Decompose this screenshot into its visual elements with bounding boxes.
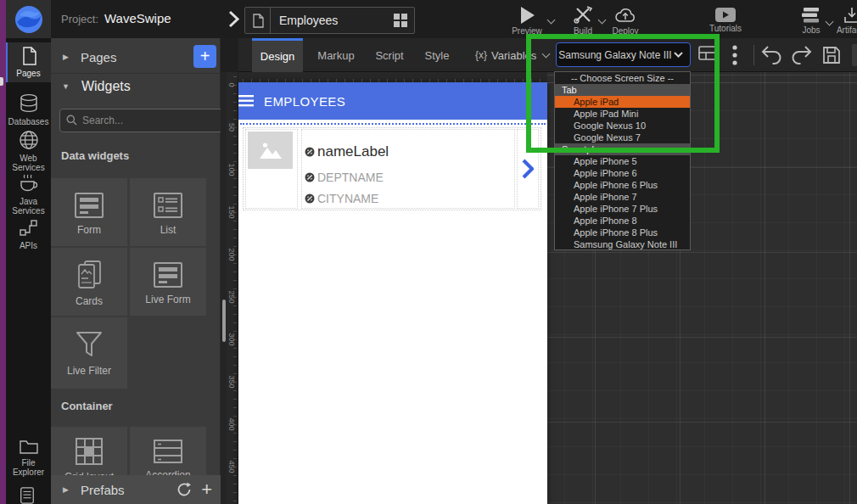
dropdown-option[interactable]: Apple iPad Mini — [555, 108, 690, 120]
build-label: Build — [574, 26, 592, 36]
mobile-navbar[interactable]: EMPLOYEES — [238, 82, 547, 120]
dropdown-option[interactable]: Apple iPhone 8 — [555, 215, 690, 227]
build-tools-icon — [573, 6, 593, 25]
dropdown-option[interactable]: Apple iPhone 8 Plus — [555, 227, 690, 238]
chevron-right-icon — [522, 159, 534, 179]
page-grid-icon[interactable] — [394, 14, 407, 27]
document-icon[interactable] — [19, 487, 36, 504]
widgets-section-header[interactable]: ▼ Widgets — [51, 73, 221, 100]
dropdown-option-selected[interactable]: Apple iPad — [555, 96, 690, 108]
sidebar-item-apis[interactable]: APIs — [6, 219, 51, 250]
wavemaker-logo-icon — [14, 5, 43, 34]
tutorials-label: Tutorials — [709, 24, 742, 33]
artifacts-button[interactable]: Artifacts — [833, 3, 857, 37]
build-button[interactable]: Build — [565, 3, 601, 37]
dropdown-option[interactable]: Apple iPhone 7 — [555, 191, 690, 203]
save-button[interactable] — [821, 45, 842, 65]
sidebar-item-java-services[interactable]: Java Services — [6, 173, 51, 216]
widget-tile-label: Live Form — [145, 294, 190, 305]
tab-markup[interactable]: Markup — [310, 38, 362, 72]
image-placeholder[interactable] — [248, 132, 293, 169]
widget-tile-live-filter[interactable]: Live Filter — [51, 317, 127, 389]
more-options-kebab-icon[interactable] — [732, 45, 737, 65]
dropdown-group-smartphone: Smartphone — [555, 143, 690, 155]
deploy-button[interactable]: Deploy — [606, 3, 645, 37]
undo-button[interactable] — [761, 45, 782, 65]
page-tab-employees[interactable]: Employees — [244, 7, 415, 34]
dropdown-option[interactable]: Google Nexus 7 — [555, 132, 690, 143]
dropdown-option[interactable]: Google Nexus 10 — [555, 120, 690, 132]
dropdown-option[interactable]: -- Choose Screen Size -- — [555, 72, 690, 84]
dropdown-option[interactable]: Apple iPhone 5 — [555, 155, 690, 167]
sidebar-item-databases[interactable]: Databases — [6, 93, 51, 126]
search-icon — [66, 115, 77, 126]
deploy-label: Deploy — [612, 26, 638, 36]
sidebar-item-pages[interactable]: Pages — [6, 47, 51, 78]
cards-widget-icon — [75, 260, 104, 290]
list-widget-icon — [153, 192, 183, 219]
sidebar-item-file-explorer[interactable]: File Explorer — [6, 438, 51, 477]
container-section-label: Container — [61, 400, 113, 412]
ruler-tick: 150 — [227, 203, 236, 221]
tab-design[interactable]: Design — [252, 38, 303, 72]
ruler-tick: 250 — [227, 288, 236, 306]
layout-panels-icon[interactable] — [698, 46, 717, 60]
app-logo[interactable] — [6, 0, 51, 38]
horizontal-ruler — [238, 72, 547, 82]
dropdown-group-tab: Tab — [555, 84, 690, 96]
tab-style[interactable]: Style — [417, 38, 457, 72]
redo-button[interactable] — [791, 45, 812, 65]
name-label-text: nameLabel — [317, 143, 389, 160]
page-title: EMPLOYEES — [264, 94, 345, 109]
chevron-right-icon: ▶ — [63, 485, 69, 494]
name-label-field[interactable]: nameLabel — [305, 143, 389, 160]
page-content-outline — [240, 123, 546, 125]
live-filter-funnel-icon — [74, 329, 104, 360]
refresh-icon[interactable] — [176, 481, 193, 498]
add-prefab-icon[interactable]: + — [201, 481, 212, 498]
widget-tile-cards[interactable]: Cards — [51, 248, 127, 316]
bind-chain-icon — [305, 193, 315, 204]
widget-tile-form[interactable]: Form — [51, 178, 127, 246]
screen-size-dropdown-list: -- Choose Screen Size -- Tab Apple iPad … — [554, 71, 691, 250]
widget-tile-label: Live Filter — [67, 365, 111, 377]
live-form-widget-icon — [153, 261, 183, 288]
add-page-button[interactable]: + — [193, 45, 216, 68]
widget-tile-list[interactable]: List — [130, 178, 206, 246]
vertical-scrollbar[interactable] — [222, 300, 226, 342]
city-label-field[interactable]: CITYNAME — [305, 192, 378, 205]
dropdown-option[interactable]: Apple iPhone 6 — [555, 167, 690, 179]
ruler-tick: 300 — [227, 330, 236, 349]
project-name: WaveSwipe — [104, 11, 171, 25]
widget-tile-live-form[interactable]: Live Form — [130, 248, 206, 316]
ruler-tick: 450 — [227, 457, 236, 476]
list-item-chevron-cell[interactable] — [517, 129, 539, 209]
bind-chain-icon — [305, 172, 315, 182]
bind-chain-icon — [305, 147, 315, 157]
jobs-button[interactable]: Jobs — [794, 3, 828, 37]
variables-button[interactable]: {x} Variables — [475, 38, 549, 72]
hamburger-menu-icon[interactable] — [238, 95, 254, 107]
tutorials-video-icon — [715, 8, 736, 22]
tab-script[interactable]: Script — [367, 38, 412, 72]
preview-button[interactable]: Preview — [507, 3, 546, 37]
dropdown-option[interactable]: Apple iPhone 7 Plus — [555, 203, 690, 215]
dept-label-field[interactable]: DEPTNAME — [305, 171, 384, 184]
folder-icon — [19, 438, 39, 455]
toolbar-left-gap — [221, 38, 238, 72]
toolbar-divider — [753, 45, 754, 65]
panel-handle-marker[interactable] — [0, 77, 3, 86]
ruler-tick: 100 — [227, 160, 236, 179]
search-input[interactable] — [59, 109, 232, 132]
widget-tile-label: Cards — [76, 295, 103, 307]
globe-icon — [19, 130, 39, 150]
breadcrumb-chevron-icon — [227, 10, 240, 28]
dropdown-option[interactable]: Samsung Galaxy Note III — [555, 238, 690, 250]
artifacts-download-icon — [843, 7, 857, 24]
sidebar-item-web-services[interactable]: Web Services — [6, 130, 51, 172]
prefabs-section-header[interactable]: ▶ Prefabs + — [51, 475, 221, 504]
preview-label: Preview — [512, 26, 542, 36]
screen-size-select[interactable]: Samsung Galaxy Note III — [556, 42, 691, 67]
tutorials-button[interactable]: Tutorials — [704, 3, 747, 37]
dropdown-option[interactable]: Apple iPhone 6 Plus — [555, 179, 690, 191]
